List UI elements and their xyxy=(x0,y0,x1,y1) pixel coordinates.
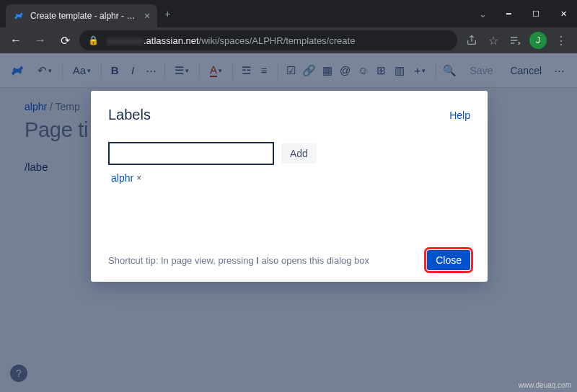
label-chip[interactable]: alphr × xyxy=(108,171,144,185)
dialog-help-link[interactable]: Help xyxy=(449,110,470,121)
profile-avatar[interactable]: J xyxy=(529,32,547,49)
labels-dialog: Labels Help Add alphr × Shortcut tip: In… xyxy=(91,91,488,282)
window-dropdown-icon[interactable]: ⌄ xyxy=(470,0,495,27)
browser-tab[interactable]: Create template - alphr - Conflue × xyxy=(6,4,157,27)
browser-address-bar: ← → ⟳ 🔒 xxxxxxxx.atlassian.net/wiki/spac… xyxy=(0,27,577,53)
lock-icon: 🔒 xyxy=(88,35,99,45)
window-close-icon[interactable]: ✕ xyxy=(550,4,577,24)
dialog-title: Labels xyxy=(108,107,151,123)
add-label-button[interactable]: Add xyxy=(281,143,317,164)
tabs-region: Create template - alphr - Conflue × + xyxy=(0,0,470,27)
tab-close-icon[interactable]: × xyxy=(144,10,150,22)
window-minimize-icon[interactable]: ━ xyxy=(495,4,522,24)
share-icon[interactable] xyxy=(462,30,482,50)
window-controls: ━ ☐ ✕ xyxy=(495,0,577,27)
browser-titlebar: Create template - alphr - Conflue × + ⌄ … xyxy=(0,0,577,27)
back-button[interactable]: ← xyxy=(6,30,26,50)
url-text: xxxxxxxx.atlassian.net/wiki/spaces/ALPHR… xyxy=(106,35,355,46)
forward-button[interactable]: → xyxy=(30,30,50,50)
watermark: www.deuaq.com xyxy=(519,381,571,389)
new-tab-button[interactable]: + xyxy=(157,8,177,19)
window-maximize-icon[interactable]: ☐ xyxy=(522,4,550,24)
bookmark-icon[interactable]: ☆ xyxy=(483,30,503,50)
label-chip-text: alphr xyxy=(111,172,133,184)
label-input[interactable] xyxy=(108,142,274,165)
close-button[interactable]: Close xyxy=(427,250,470,270)
browser-menu-icon[interactable]: ⋮ xyxy=(551,30,571,50)
app-content-area: ↶▾ Aa▾ B I ⋯ ☰▾ A▾ ☲ ≡ ☑ 🔗 ▦ @ ☺ ⊞ ▥ +▾ … xyxy=(0,53,577,392)
remove-label-icon[interactable]: × xyxy=(136,173,141,183)
confluence-favicon-icon xyxy=(13,10,25,22)
shortcut-tip: Shortcut tip: In page view, pressing l a… xyxy=(108,255,369,266)
reading-list-icon[interactable] xyxy=(505,30,525,50)
reload-button[interactable]: ⟳ xyxy=(55,30,75,50)
url-field[interactable]: 🔒 xxxxxxxx.atlassian.net/wiki/spaces/ALP… xyxy=(79,30,457,50)
tab-title: Create template - alphr - Conflue xyxy=(30,11,138,21)
